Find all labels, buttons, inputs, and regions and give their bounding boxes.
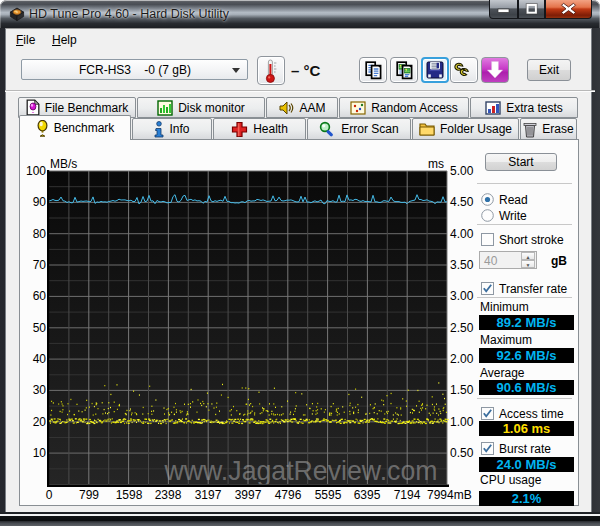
- svg-text:www.JagatReview.com: www.JagatReview.com: [164, 455, 438, 486]
